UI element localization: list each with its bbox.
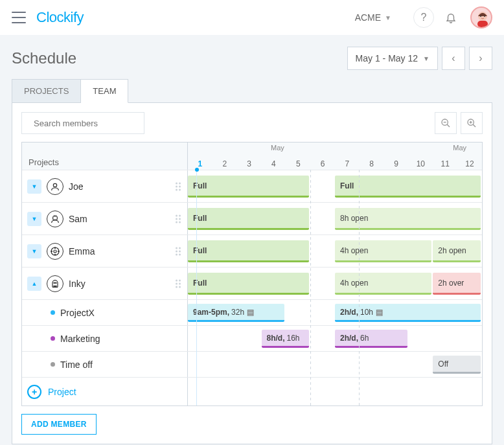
logo: Clockify [36,9,84,26]
member-name: Joe [69,181,84,192]
schedule-bar[interactable]: Full [188,208,309,230]
page-title: Schedule [12,49,76,67]
svg-point-24 [56,282,56,283]
drag-handle[interactable] [176,247,181,255]
day-header: 9 [384,159,409,168]
add-member-button[interactable]: ADD MEMBER [21,414,97,435]
svg-rect-14 [53,216,58,220]
user-icon [47,211,63,227]
member-name: Emma [69,246,95,257]
caret-down-icon: ▼ [385,14,391,21]
add-project-button[interactable]: +Project [27,385,76,399]
note-icon: ▤ [376,308,383,317]
svg-point-20 [54,254,55,255]
notifications-button[interactable] [441,7,461,28]
schedule-bar[interactable]: Full [188,273,309,295]
day-header: 8 [360,159,384,168]
drag-handle[interactable] [176,279,181,288]
project-dot-icon [51,362,55,367]
schedule-bar[interactable]: Full [188,176,309,198]
day-header: 1 [188,159,212,168]
schedule-bar[interactable]: 4h open [335,273,431,295]
day-header: 11 [433,159,457,168]
member-name: Inky [69,279,86,289]
bell-icon [445,12,457,23]
day-header: 10 [408,159,433,168]
zoom-in-button[interactable] [461,112,483,134]
svg-point-13 [53,183,56,187]
caret-down-icon: ▼ [423,55,430,62]
workspace-dropdown[interactable]: ACME ▼ [355,12,391,23]
user-icon [47,178,63,195]
month-label: May [271,144,284,152]
user-icon [47,243,63,260]
svg-point-23 [54,282,54,283]
svg-point-19 [54,247,55,248]
day-header: 7 [335,159,360,168]
search-input[interactable] [34,119,143,128]
day-header: 6 [310,159,335,168]
tab-team[interactable]: TEAM [81,79,128,103]
drag-handle[interactable] [176,182,181,190]
search-input-wrap[interactable] [21,112,144,134]
project-dot-icon [51,336,55,341]
user-icon [47,275,63,292]
next-button[interactable]: › [469,47,492,70]
collapse-button[interactable]: ▲ [27,277,41,291]
schedule-bar[interactable]: 4h open [335,240,431,262]
svg-line-7 [447,124,450,127]
svg-point-18 [54,250,56,253]
menu-icon[interactable] [12,12,26,23]
chevron-right-icon: › [479,52,482,64]
projects-column-header: Projects [22,143,188,170]
svg-point-2 [484,16,485,17]
day-header: 2 [212,159,237,168]
zoom-out-icon [441,118,451,128]
schedule-bar[interactable]: 2h over [433,273,481,295]
schedule-bar[interactable]: 8h open [335,208,481,230]
plus-icon: + [27,385,41,399]
project-dot-icon [51,310,55,315]
zoom-out-button[interactable] [435,112,457,134]
zoom-in-icon [466,118,477,128]
assignment-bar[interactable]: 9am-5pm, 32h▤ [188,304,284,322]
chevron-left-icon: ‹ [452,52,455,64]
help-icon: ? [421,12,427,23]
schedule-bar[interactable]: Full [335,176,481,198]
expand-button[interactable]: ▼ [27,179,41,194]
assignment-bar[interactable]: 2h/d, 6h [335,330,407,348]
svg-point-21 [51,251,52,251]
day-header: 5 [286,159,310,168]
assignment-bar[interactable]: 8h/d, 16h [262,330,310,348]
day-header: 12 [457,159,482,168]
day-header: 4 [261,159,286,168]
date-range-picker[interactable]: May 1 - May 12 ▼ [347,47,438,70]
prev-button[interactable]: ‹ [442,47,465,70]
expand-button[interactable]: ▼ [27,212,41,226]
help-button[interactable]: ? [413,7,434,28]
svg-point-1 [480,16,481,17]
drag-handle[interactable] [176,214,181,223]
tab-projects[interactable]: PROJECTS [12,79,81,102]
svg-point-22 [58,251,59,251]
day-header: 3 [237,159,262,168]
month-label: May [453,144,466,152]
expand-button[interactable]: ▼ [27,244,41,258]
avatar[interactable] [470,6,492,29]
project-name: Time off [60,359,93,370]
add-project-label: Project [48,387,76,397]
schedule-bar[interactable]: 2h open [433,240,481,262]
project-name: Marketing [60,334,100,344]
member-name: Sam [69,214,87,224]
assignment-bar[interactable]: 2h/d, 10h▤ [335,304,481,322]
date-range-label: May 1 - May 12 [356,53,418,63]
workspace-name: ACME [355,12,381,23]
schedule-bar[interactable]: Full [188,240,309,262]
assignment-bar[interactable]: Off [433,356,481,374]
svg-rect-3 [477,21,488,27]
note-icon: ▤ [247,308,254,317]
svg-line-10 [473,124,475,127]
project-name: ProjectX [60,308,95,318]
